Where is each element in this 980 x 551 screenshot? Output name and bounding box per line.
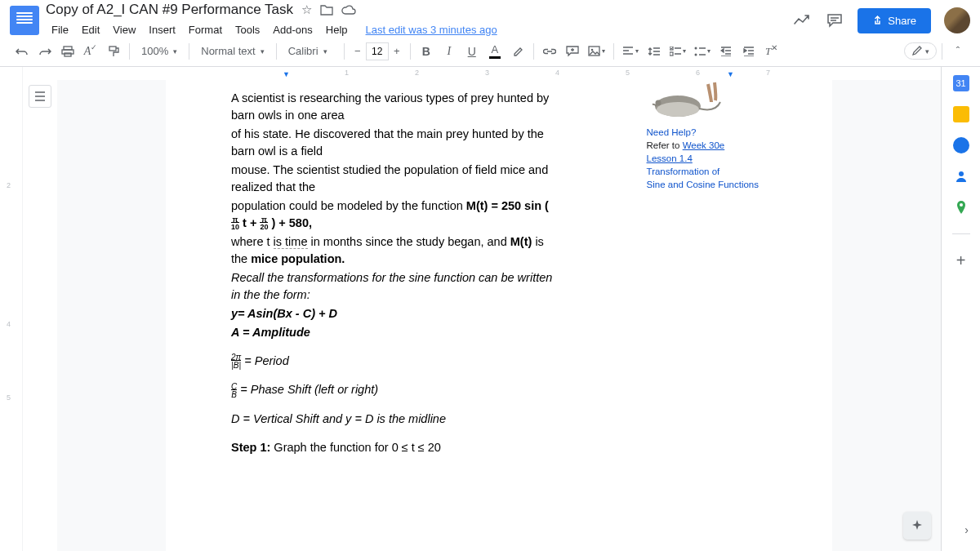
svg-point-12 <box>655 100 661 106</box>
document-body[interactable]: A scientist is researching the various t… <box>231 90 558 456</box>
outline-toggle-button[interactable] <box>29 85 51 108</box>
side-illustration: Need Help? Refer to Week 30e Lesson 1.4 … <box>647 80 759 191</box>
svg-rect-2 <box>65 53 71 56</box>
hide-side-panel-button[interactable]: › <box>964 523 969 536</box>
star-icon[interactable]: ☆ <box>301 2 312 17</box>
document-page[interactable]: Need Help? Refer to Week 30e Lesson 1.4 … <box>166 80 832 551</box>
last-edit-link[interactable]: Last edit was 3 minutes ago <box>360 20 503 39</box>
undo-button[interactable] <box>11 41 33 62</box>
insert-image-button[interactable]: ▾ <box>585 41 608 62</box>
text-color-button[interactable]: A <box>484 41 506 62</box>
menu-file[interactable]: File <box>46 20 74 39</box>
help-title: Need Help? <box>647 126 759 139</box>
font-size-decrease[interactable]: − <box>350 42 366 61</box>
svg-point-13 <box>959 171 964 176</box>
toolbar: A✓ 100% Normal text Calibri − + B I U A … <box>0 36 980 67</box>
activity-icon[interactable] <box>792 11 812 30</box>
help-l3: Transformation of <box>647 165 759 178</box>
keep-icon[interactable] <box>953 106 969 122</box>
tasks-icon[interactable] <box>953 137 969 153</box>
svg-point-5 <box>590 49 593 51</box>
share-button[interactable]: Share <box>858 8 931 33</box>
svg-rect-7 <box>670 52 673 56</box>
account-avatar[interactable] <box>944 7 970 33</box>
decrease-indent-button[interactable] <box>715 41 737 62</box>
svg-point-9 <box>694 53 697 56</box>
paint-format-button[interactable] <box>103 41 124 62</box>
calendar-icon[interactable]: 31 <box>953 75 969 91</box>
explore-button[interactable] <box>903 512 931 540</box>
zoom-select[interactable]: 100% <box>135 45 184 57</box>
help-link-lesson[interactable]: Lesson 1.4 <box>647 153 693 163</box>
bold-button[interactable]: B <box>416 41 437 62</box>
doc-title[interactable]: Copy of A2_I CAN #9 Performance Task <box>46 2 293 18</box>
font-size-increase[interactable]: + <box>389 42 405 61</box>
highlight-button[interactable] <box>507 41 528 62</box>
svg-point-14 <box>960 203 963 207</box>
side-panel: 31 + <box>941 67 980 551</box>
collapse-toolbar-button[interactable]: ˆ <box>947 41 969 62</box>
contacts-icon[interactable] <box>953 168 969 184</box>
menu-format[interactable]: Format <box>183 20 228 39</box>
clear-formatting-button[interactable]: T✕ <box>761 41 782 62</box>
menu-tools[interactable]: Tools <box>229 20 265 39</box>
menu-insert[interactable]: Insert <box>143 20 181 39</box>
redo-button[interactable] <box>34 41 56 62</box>
mouse-image <box>647 80 724 121</box>
move-icon[interactable] <box>320 4 333 16</box>
style-select[interactable]: Normal text <box>194 45 270 57</box>
svg-point-8 <box>694 47 697 49</box>
italic-button[interactable]: I <box>439 41 460 62</box>
checklist-button[interactable]: ▾ <box>666 41 689 62</box>
comment-history-icon[interactable] <box>825 11 844 30</box>
font-select[interactable]: Calibri <box>282 45 339 57</box>
help-l4: Sine and Cosine Functions <box>647 178 759 191</box>
increase-indent-button[interactable] <box>738 41 760 62</box>
help-link-week[interactable]: Week 30e <box>683 140 725 150</box>
align-button[interactable]: ▾ <box>619 41 642 62</box>
menu-view[interactable]: View <box>107 20 141 39</box>
add-comment-button[interactable] <box>562 41 583 62</box>
cloud-status-icon[interactable] <box>341 5 356 16</box>
horizontal-ruler[interactable]: ▼ 1 2 3 4 5 6 ▼ 7 <box>57 67 941 80</box>
bulleted-list-button[interactable]: ▾ <box>691 41 714 62</box>
vertical-ruler: 2 4 5 <box>0 67 23 551</box>
svg-point-11 <box>657 102 699 117</box>
spellcheck-button[interactable]: A✓ <box>80 41 101 62</box>
editing-mode-button[interactable]: ▾ <box>904 42 937 60</box>
menu-help[interactable]: Help <box>320 20 354 39</box>
underline-button[interactable]: U <box>461 41 483 62</box>
insert-link-button[interactable] <box>539 41 560 62</box>
line-spacing-button[interactable] <box>644 41 665 62</box>
font-size-input[interactable] <box>366 42 389 60</box>
share-label: Share <box>888 15 916 27</box>
menu-addons[interactable]: Add-ons <box>267 20 318 39</box>
menu-edit[interactable]: Edit <box>76 20 105 39</box>
maps-icon[interactable] <box>953 199 969 216</box>
print-button[interactable] <box>57 41 78 62</box>
menubar: File Edit View Insert Format Tools Add-o… <box>46 20 792 39</box>
svg-rect-3 <box>109 47 116 51</box>
docs-logo[interactable] <box>10 6 39 35</box>
help-l1a: Refer to <box>647 140 683 150</box>
get-addons-button[interactable]: + <box>953 252 969 269</box>
document-area[interactable]: ▼ 1 2 3 4 5 6 ▼ 7 <box>57 67 941 551</box>
